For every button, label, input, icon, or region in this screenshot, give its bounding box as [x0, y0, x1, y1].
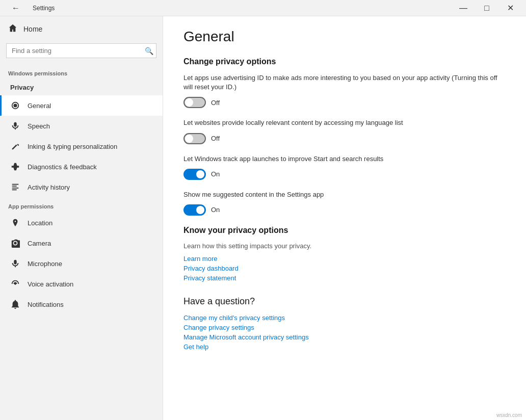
privacy-statement-link[interactable]: Privacy statement	[183, 274, 506, 282]
option1-description: Let apps use advertising ID to make ads …	[183, 73, 506, 92]
sidebar-item-inking[interactable]: Inking & typing personalization	[0, 136, 163, 156]
sidebar-item-general-label: General	[28, 102, 51, 110]
privacy-dashboard-link[interactable]: Privacy dashboard	[183, 265, 506, 272]
sidebar-item-voice-activation[interactable]: Voice activation	[0, 274, 163, 294]
search-icon-button[interactable]: 🔍	[145, 47, 153, 55]
learn-more-link[interactable]: Learn more	[183, 255, 506, 262]
privacy-label: Privacy	[0, 80, 163, 95]
option2-description: Let websites provide locally relevant co…	[183, 118, 506, 127]
option2-toggle-row: Off	[183, 133, 506, 144]
sidebar-item-speech-label: Speech	[28, 122, 50, 130]
sidebar-item-activity[interactable]: Activity history	[0, 177, 163, 197]
title-bar-title: Settings	[33, 5, 55, 12]
windows-permissions-label: Windows permissions	[0, 64, 163, 80]
option4-toggle[interactable]	[183, 204, 206, 216]
diagnostics-icon	[10, 162, 20, 172]
sidebar-item-voice-activation-label: Voice activation	[28, 280, 73, 288]
sidebar: Home 🔍 Windows permissions Privacy Gener…	[0, 16, 163, 420]
home-icon	[8, 23, 17, 34]
home-label: Home	[23, 25, 42, 33]
option1-toggle[interactable]	[183, 97, 206, 108]
camera-icon	[10, 238, 20, 248]
sidebar-item-diagnostics[interactable]: Diagnostics & feedback	[0, 156, 163, 177]
sidebar-item-location[interactable]: Location	[0, 213, 163, 233]
maximize-button[interactable]: □	[475, 0, 498, 16]
sidebar-item-inking-label: Inking & typing personalization	[28, 143, 117, 150]
section-question: Have a question? Change my child's priva…	[183, 296, 506, 351]
title-bar: ← Settings — □ ✕	[0, 0, 526, 16]
section1-title: Change privacy options	[183, 57, 506, 66]
option1-label: Off	[211, 99, 220, 107]
spacer	[183, 284, 506, 296]
page-title: General	[183, 29, 506, 45]
option2-toggle[interactable]	[183, 133, 206, 144]
sidebar-item-camera-label: Camera	[28, 240, 51, 247]
minimize-button[interactable]: —	[452, 0, 475, 16]
sidebar-item-speech[interactable]: Speech	[0, 116, 163, 136]
title-bar-left: ← Settings	[4, 0, 55, 16]
search-input[interactable]	[6, 43, 156, 58]
option4-label: On	[211, 206, 220, 214]
option3-toggle[interactable]	[183, 169, 206, 180]
close-button[interactable]: ✕	[498, 0, 522, 16]
speech-icon	[10, 121, 20, 131]
child-privacy-link[interactable]: Change my child's privacy settings	[183, 314, 506, 322]
sidebar-item-notifications-label: Notifications	[28, 301, 64, 308]
sidebar-item-microphone[interactable]: Microphone	[0, 253, 163, 274]
notifications-icon	[10, 299, 20, 309]
sidebar-item-diagnostics-label: Diagnostics & feedback	[28, 163, 97, 171]
back-button[interactable]: ←	[4, 0, 28, 16]
section2-title: Know your privacy options	[183, 226, 506, 235]
option3-label: On	[211, 170, 220, 178]
sidebar-item-camera[interactable]: Camera	[0, 233, 163, 253]
get-help-link[interactable]: Get help	[183, 343, 506, 351]
section-know-privacy: Know your privacy options Learn how this…	[183, 226, 506, 282]
sidebar-home-button[interactable]: Home	[0, 16, 163, 41]
manage-account-link[interactable]: Manage Microsoft account privacy setting…	[183, 333, 506, 341]
sidebar-item-general[interactable]: General	[0, 95, 163, 116]
option2-label: Off	[211, 135, 220, 142]
microphone-icon	[10, 258, 20, 269]
change-privacy-link[interactable]: Change privacy settings	[183, 324, 506, 331]
option4-toggle-row: On	[183, 204, 506, 216]
activity-icon	[10, 182, 20, 192]
option4-description: Show me suggested content in the Setting…	[183, 190, 506, 199]
general-icon	[10, 100, 20, 111]
watermark: wsxdn.com	[496, 412, 522, 418]
section2-description: Learn how this setting impacts your priv…	[183, 242, 506, 250]
voice-activation-icon	[10, 279, 20, 289]
search-icon: 🔍	[145, 47, 153, 55]
app-body: Home 🔍 Windows permissions Privacy Gener…	[0, 16, 526, 420]
pen-icon	[10, 141, 20, 151]
option1-toggle-row: Off	[183, 97, 506, 108]
search-container: 🔍	[6, 43, 156, 58]
sidebar-item-notifications[interactable]: Notifications	[0, 294, 163, 314]
sidebar-item-activity-label: Activity history	[28, 183, 70, 191]
app-permissions-label: App permissions	[0, 197, 163, 213]
location-icon	[10, 218, 20, 228]
section-privacy-options: Change privacy options Let apps use adve…	[183, 57, 506, 216]
content-area: General Change privacy options Let apps …	[163, 16, 526, 420]
sidebar-item-microphone-label: Microphone	[28, 260, 62, 268]
question-title: Have a question?	[183, 296, 506, 307]
sidebar-item-location-label: Location	[28, 219, 52, 227]
option3-toggle-row: On	[183, 169, 506, 180]
title-bar-controls: — □ ✕	[452, 0, 522, 16]
option3-description: Let Windows track app launches to improv…	[183, 154, 506, 164]
